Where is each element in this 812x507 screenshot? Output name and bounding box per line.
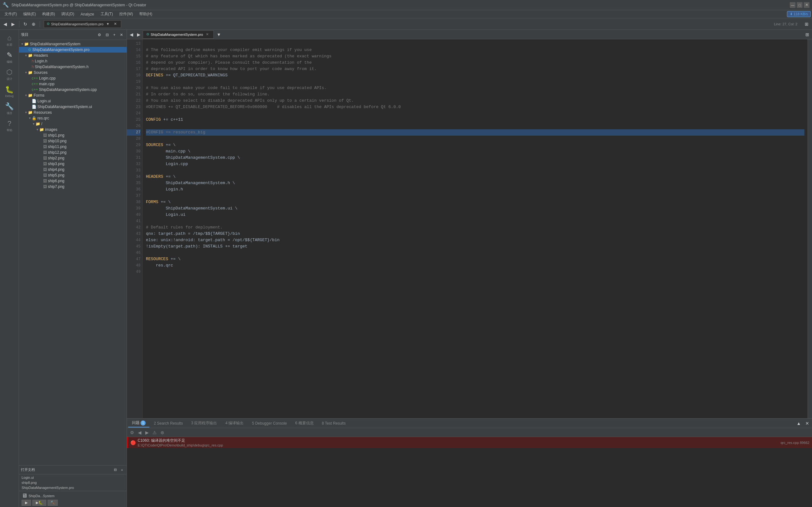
debug-icon: 🐛 — [5, 86, 14, 94]
sidebar-item-welcome[interactable]: ⌂ 欢迎 — [2, 32, 17, 48]
run-button[interactable]: ▶ — [21, 500, 31, 506]
debug-controls: ▶ ▶🐛 🔨 — [21, 500, 124, 506]
tree-login-h[interactable]: h Login.h — [19, 58, 126, 64]
debug-run-button[interactable]: ▶🐛 — [32, 500, 46, 506]
split-editor-button[interactable]: ⊞ — [803, 21, 810, 27]
tab-close-button[interactable]: ✕ — [204, 32, 210, 37]
sidebar-item-project[interactable]: 🔧 项目 — [2, 101, 17, 117]
maximize-button[interactable]: □ — [797, 2, 803, 8]
menu-help[interactable]: 帮助(H) — [136, 11, 155, 17]
tab-options-button[interactable]: ▼ — [215, 32, 223, 38]
back-button[interactable]: ◀ — [2, 21, 9, 27]
tree-login-cpp[interactable]: c++ Login.cpp — [19, 75, 126, 81]
open-doc-login-ui[interactable]: Login.ui — [19, 475, 126, 480]
menu-build[interactable]: 构建(B) — [39, 11, 58, 17]
sidebar-item-help[interactable]: ? 帮助 — [2, 118, 17, 134]
tree-slash[interactable]: ▼ 📁 / — [19, 121, 126, 127]
hammer-button[interactable]: 🔨 — [48, 500, 58, 506]
tree-main-cpp[interactable]: c++ main.cpp — [19, 81, 126, 87]
issues-filter2-btn[interactable]: ⊛ — [159, 429, 165, 436]
menu-controls[interactable]: 控件(W) — [116, 11, 136, 17]
split-right-button[interactable]: ⊞ — [804, 32, 811, 38]
menu-file[interactable]: 文件(F) — [1, 11, 20, 17]
sidebar-item-design[interactable]: ⬡ 设计 — [2, 66, 17, 82]
code-line-13 — [146, 41, 804, 47]
filter-button[interactable]: ⚙ — [96, 32, 103, 38]
tree-forms[interactable]: ▼ 📁 Forms — [19, 93, 126, 98]
headers-label: Headers — [34, 53, 48, 58]
tree-ship-h[interactable]: h ShipDataManagementSystem.h — [19, 64, 126, 70]
next-tab-button[interactable]: ▶ — [136, 32, 142, 38]
tree-ship3[interactable]: 🖼 ship3.png — [19, 161, 126, 167]
tree-login-ui[interactable]: 📄 Login.ui — [19, 98, 126, 104]
btab-debugger[interactable]: 5 Debugger Console — [248, 419, 291, 428]
tree-sources[interactable]: ▼ 📁 Sources — [19, 70, 126, 75]
tree-ship11[interactable]: 🖼 ship11.png — [19, 144, 126, 150]
prev-tab-button[interactable]: ◀ — [128, 32, 135, 38]
tree-ship-ui[interactable]: 📄 ShipDataManagementSystem.ui — [19, 104, 126, 110]
tree-ship12[interactable]: 🖼 ship12.png — [19, 150, 126, 155]
bottom-close-button[interactable]: ✕ — [804, 420, 811, 427]
tree-ship-cpp[interactable]: c++ ShipDataManagementSystem.cpp — [19, 87, 126, 93]
code-line-36: Login.h — [146, 186, 804, 193]
menu-tools[interactable]: 工具(T) — [97, 11, 116, 17]
ship-cpp-name: ShipDataManagementSystem.cpp — [39, 88, 97, 92]
open-doc-ship8[interactable]: ship8.png — [19, 480, 126, 485]
btab-compile[interactable]: 4 编译输出 — [221, 419, 247, 428]
tree-add-button[interactable]: + — [112, 32, 117, 38]
tree-res-qrc[interactable]: ▼ 🔒 res.qrc — [19, 115, 126, 121]
btab-issues[interactable]: 问题 1 — [128, 419, 149, 428]
sidebar-item-edit[interactable]: ✎ 编辑 — [2, 49, 17, 65]
tree-layout-button[interactable]: ⊟ — [104, 32, 110, 38]
tree-ship10[interactable]: 🖼 ship10.png — [19, 138, 126, 144]
tree-arrow: ▼ — [32, 122, 36, 125]
tree-arrow: ▼ — [28, 117, 32, 120]
file-tree-content[interactable]: ▼ 📁 ShipDataManagementSystem ⚙ ShipDataM… — [19, 40, 126, 465]
docs-layout-btn[interactable]: ⊟ — [112, 467, 118, 472]
menu-edit[interactable]: 编辑(E) — [20, 11, 39, 17]
bottom-collapse-button[interactable]: ▲ — [795, 420, 803, 427]
docs-add-btn[interactable]: + — [119, 467, 125, 472]
tree-ship1[interactable]: 🖼 ship1.png — [19, 132, 126, 138]
png-icon-5: 🖼 — [43, 156, 47, 160]
code-line-35: ShipDataManagementSystem.h \ — [146, 180, 804, 186]
code-content[interactable]: # The following define makes your compil… — [143, 39, 808, 418]
tree-root[interactable]: ▼ 📁 ShipDataManagementSystem — [19, 41, 126, 47]
right-scrollbar[interactable] — [808, 39, 812, 418]
menu-debug[interactable]: 调试(D) — [58, 11, 78, 17]
issues-next-btn[interactable]: ▶ — [144, 429, 150, 436]
open-doc-pro[interactable]: ShipDataManagementSystem.pro — [19, 485, 126, 490]
tree-item-pro[interactable]: ⚙ ShipDataManagementSystem.pro — [19, 47, 126, 53]
issues-warn-btn[interactable]: ⚠ — [151, 429, 158, 436]
tree-headers[interactable]: ▼ 📁 Headers — [19, 53, 126, 58]
btab-summary[interactable]: 6 概要信息 — [292, 419, 317, 428]
locate-button[interactable]: ⊕ — [30, 21, 37, 27]
code-line-33 — [146, 167, 804, 174]
issue-c1060[interactable]: 🔴 C1060: 编译器的堆空间不足 E:\QT\Code\QtPro\Demo… — [127, 437, 812, 448]
minimize-button[interactable]: — — [790, 2, 796, 8]
btab-tests[interactable]: 8 Test Results — [318, 419, 350, 428]
tab-pro[interactable]: ⚙ ShipDataManagementSystem.pro ✕ — [143, 31, 214, 39]
tree-ship5[interactable]: 🖼 ship5.png — [19, 172, 126, 178]
sidebar-item-debug[interactable]: 🐛 Debug — [2, 83, 17, 100]
tree-resources[interactable]: ▼ 📁 Resources — [19, 110, 126, 115]
png-icon-4: 🖼 — [43, 150, 47, 155]
menu-analyze[interactable]: Analyze — [78, 11, 97, 17]
cpp-icon-3: c++ — [32, 88, 38, 92]
forward-button[interactable]: ▶ — [10, 21, 16, 27]
close-button[interactable]: ✕ — [804, 2, 809, 8]
btab-search[interactable]: 2 Search Results — [150, 419, 187, 428]
tree-close-button[interactable]: ✕ — [118, 32, 125, 38]
tree-ship7[interactable]: 🖼 ship7.png — [19, 184, 126, 189]
tree-ship2[interactable]: 🖼 ship2.png — [19, 155, 126, 161]
refresh-button[interactable]: ↻ — [22, 21, 29, 27]
file-tab-options[interactable]: ▼ — [105, 21, 111, 26]
tree-images[interactable]: ▼ 📁 images — [19, 127, 126, 132]
file-tab-close[interactable]: ✕ — [112, 21, 118, 26]
btab-app-output[interactable]: 3 应用程序输出 — [187, 419, 221, 428]
issues-prev-btn[interactable]: ◀ — [137, 429, 143, 436]
issues-filter-btn[interactable]: ⚙ — [129, 429, 136, 436]
tree-ship6[interactable]: 🖼 ship6.png — [19, 178, 126, 184]
tree-arrow: ▼ — [24, 94, 28, 97]
tree-ship4[interactable]: 🖼 ship4.png — [19, 167, 126, 172]
